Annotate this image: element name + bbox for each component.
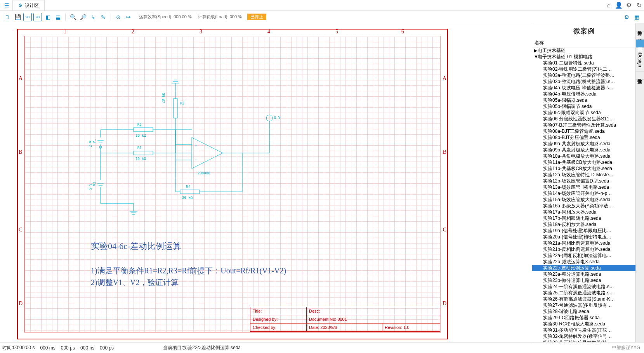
- tree-item[interactable]: 实验17b-同相跟随电路.seda: [532, 215, 635, 221]
- tree-group[interactable]: ▼电子技术基础-01-模拟电路: [532, 54, 635, 60]
- zoom-in-icon[interactable]: 🔍: [69, 13, 77, 21]
- side-tab[interactable]: 微案例: [636, 40, 644, 48]
- tree-item[interactable]: 实验27-带通滤波器(多重反馈有…: [532, 302, 635, 308]
- svg-text:+: +: [195, 144, 197, 148]
- tree-item[interactable]: 实验29-LC回路振荡器.seda: [532, 315, 635, 321]
- svg-rect-44: [180, 190, 200, 194]
- tree-item[interactable]: 实验10a-共集电极放大电路.seda: [532, 153, 635, 159]
- tree-item[interactable]: 实验03a-整流电路(二极管半波整…: [532, 72, 635, 78]
- tree-item[interactable]: 实验01-二极管特性.seda: [532, 60, 635, 66]
- tree-item[interactable]: 实验30-RC移相放大电路.seda: [532, 321, 635, 327]
- ruler-l-d: D: [19, 301, 23, 307]
- status-project: 当前项目:实验22c-差动比例运算.seda: [163, 344, 241, 351]
- tree-item[interactable]: 实验12b-场效应管偏置D型.seda: [532, 178, 635, 184]
- tree-item[interactable]: 实验32-施密特触发器(数字信号…: [532, 333, 635, 339]
- tree-item[interactable]: 实验22c-差动比例运算.seda: [532, 265, 635, 271]
- tb-checked-lbl: Checked by:: [250, 323, 307, 331]
- tree-item[interactable]: 实验05a-限幅器.seda: [532, 97, 635, 103]
- refresh-icon[interactable]: ↻: [634, 0, 644, 10]
- ruler-top-2: 2: [132, 29, 134, 35]
- tree-item[interactable]: 实验15a-场效应管放大电路.seda: [532, 196, 635, 203]
- tree-item[interactable]: 实验19a-(信号处理)单限电压比…: [532, 228, 635, 234]
- play-icon[interactable]: ⊙: [114, 13, 123, 21]
- svg-text:0 V: 0 V: [274, 116, 281, 120]
- tree-item[interactable]: 实验26-有源高通滤波器(Stand-K…: [532, 296, 635, 302]
- layers-icon[interactable]: ▦: [632, 13, 641, 21]
- tree-item[interactable]: 实验12a-场效应管特性-D-Mosfe…: [532, 172, 635, 178]
- svg-text:V1: V1: [92, 139, 96, 143]
- tab-design[interactable]: ⚙ 设计区: [12, 0, 45, 10]
- tree-item[interactable]: 实验17a-同相放大器.seda: [532, 209, 635, 215]
- tree-item[interactable]: 实验04b-电压倍增器.seda: [532, 91, 635, 97]
- circuit-schematic[interactable]: R3 20 kΩ V1 2 V R2 10 kΩ: [25, 37, 440, 332]
- zoom-out-icon[interactable]: 🔎: [79, 13, 87, 21]
- new-icon[interactable]: 🗋: [3, 13, 12, 21]
- tb-rev: Revision: 1.0: [382, 323, 440, 331]
- tree-item[interactable]: 实验08b-BJT分压偏置.seda: [532, 134, 635, 141]
- tree-item[interactable]: 实验23a-积分运算电路.seda: [532, 271, 635, 277]
- tree-item[interactable]: 实验22b-减法运算电X.seda: [532, 259, 635, 265]
- tree-item[interactable]: 实验09b-共发射极放大电路.seda: [532, 147, 635, 153]
- tree-item[interactable]: 实验33-非正弦波信号发生器(特…: [532, 339, 635, 342]
- svg-text:20 kΩ: 20 kΩ: [161, 92, 165, 103]
- svg-text:V2: V2: [92, 182, 96, 186]
- tree-item[interactable]: 实验20a-(信号处理)施密特电压…: [532, 234, 635, 240]
- save-icon[interactable]: 💾: [13, 13, 22, 21]
- settings-icon[interactable]: ⚙: [624, 0, 634, 10]
- examples-tree[interactable]: ▶电工技术基础▼电子技术基础-01-模拟电路实验01-二极管特性.seda实验0…: [532, 47, 635, 342]
- tree-item[interactable]: 实验24-一阶有源低通滤波电路.s…: [532, 283, 635, 290]
- user-icon[interactable]: 👤: [614, 0, 624, 10]
- side-tab[interactable]: 芯片库: [636, 31, 644, 40]
- tab-design-label: 设计区: [25, 2, 39, 9]
- settings2-icon[interactable]: ⚙: [622, 13, 631, 21]
- svg-text:-: -: [195, 158, 197, 162]
- canvas[interactable]: 1 2 3 4 5 6 A B C D A B C D: [0, 23, 532, 342]
- edit-icon[interactable]: ✎: [99, 13, 108, 21]
- ruler-top-5: 5: [335, 29, 338, 35]
- tree-item[interactable]: 实验16a-多级放大器(A类功率放…: [532, 203, 635, 209]
- menu-icon[interactable]: ☰: [2, 1, 11, 10]
- tb-desc-lbl: Desc:: [307, 307, 440, 315]
- tree-item[interactable]: 实验28-谐波电路.seda: [532, 308, 635, 315]
- tree-item[interactable]: 实验11a-共基极CB放大电路.seda: [532, 159, 635, 165]
- tree-item[interactable]: 实验23b-微分运算电路.seda: [532, 277, 635, 283]
- side-tab[interactable]: 作业批改: [636, 71, 644, 80]
- tree-item[interactable]: 实验05c-限幅双向调节.seda: [532, 110, 635, 116]
- tree-item[interactable]: 实验09a-共发射极放大电路.seda: [532, 141, 635, 147]
- tree-item[interactable]: 实验03b-整流电路(桥式整流器).s…: [532, 78, 635, 85]
- tree-item[interactable]: 实验05b-限幅调节.seda: [532, 103, 635, 110]
- tree-item[interactable]: 实验18a-反相放大器.seda: [532, 221, 635, 228]
- tree-item[interactable]: 实验06-分段线性函数发生器S11…: [532, 116, 635, 122]
- tree-item[interactable]: 实验22a-(同相反相)加法运算电…: [532, 252, 635, 259]
- tree-group[interactable]: ▶电工技术基础: [532, 47, 635, 54]
- tree-item[interactable]: 实验14a-场效应管开关电路-n-p…: [532, 190, 635, 196]
- ruler-l-a: A: [19, 75, 23, 82]
- tree-item[interactable]: 实验11b-共基极CB放大电路.seda: [532, 165, 635, 172]
- svg-text:200000: 200000: [198, 171, 210, 175]
- panel-title: 微案例: [532, 23, 635, 39]
- flip-h-icon[interactable]: ◧: [43, 13, 52, 21]
- flip-v-icon[interactable]: ⬓: [54, 13, 62, 21]
- rot90-icon[interactable]: 90: [23, 13, 32, 21]
- ruler-l-b: B: [19, 149, 22, 155]
- svg-point-50: [266, 115, 273, 121]
- side-tab[interactable]: iDesign: [636, 48, 644, 71]
- tree-item[interactable]: 实验21a-同相比例运算电路.seda: [532, 240, 635, 246]
- status-brand: 中智多谋YYG: [612, 344, 640, 351]
- tree-item[interactable]: 实验07-BJT三极管特性及计算.seda: [532, 122, 635, 128]
- tree-item[interactable]: 实验21b-反相比例运算电路.seda: [532, 246, 635, 252]
- title-block: Title: Desc: Designed by: Document No: 0…: [250, 307, 440, 332]
- tree-item[interactable]: 实验08a-BJT三极管偏置.seda: [532, 128, 635, 134]
- status-ms: 000 ms: [40, 345, 55, 351]
- side-tab[interactable]: 组件库: [636, 23, 644, 31]
- tree-item[interactable]: 实验04a-纹波电压-峰值检波器.s…: [532, 85, 635, 91]
- tree-item[interactable]: 实验25-二阶有源低通滤波电路.s…: [532, 290, 635, 296]
- tree-item[interactable]: 实验02-特殊用途二极管(齐纳二…: [532, 66, 635, 72]
- rot90b-icon[interactable]: 90: [33, 13, 42, 21]
- wire-icon[interactable]: ↳: [89, 13, 97, 21]
- tree-item[interactable]: 实验31-多功能信号发生器(正弦…: [532, 327, 635, 333]
- tree-item[interactable]: 实验13a-场效应管H桥电路.seda: [532, 184, 635, 190]
- home-icon[interactable]: ⌂: [604, 0, 614, 10]
- step-icon[interactable]: ↦: [124, 13, 133, 21]
- ruler-top-1: 1: [64, 29, 66, 35]
